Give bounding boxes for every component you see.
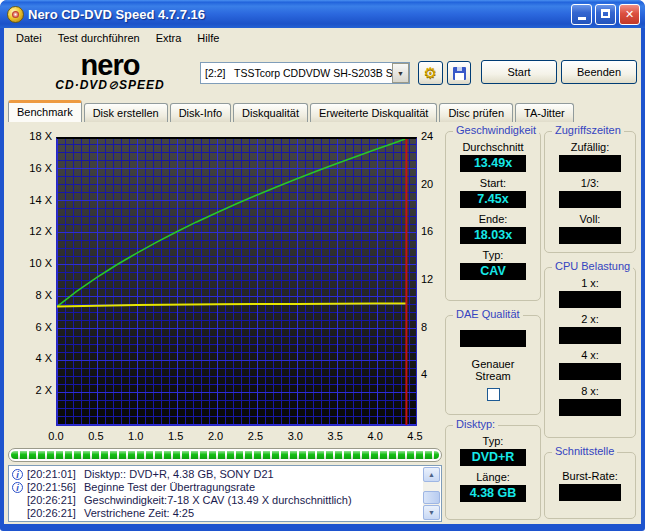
field-label: Burst-Rate: — [562, 470, 618, 482]
field-label: 1/3: — [581, 177, 599, 189]
scroll-thumb[interactable] — [423, 491, 440, 504]
close-icon: ✕ — [625, 8, 634, 20]
log-timestamp: [20:21:01] — [27, 468, 84, 481]
y-axis-tick-right: 12 — [421, 273, 443, 285]
disktyp-field-typ: Typ:DVD+R — [460, 435, 526, 466]
y-axis-tick-left: 16 X — [22, 162, 52, 174]
field-value: 4.38 GB — [460, 485, 526, 502]
menu-item-datei[interactable]: Datei — [8, 30, 50, 46]
maximize-icon — [601, 9, 610, 18]
panel-title: DAE Qualität — [453, 308, 523, 320]
log-entries: i[20:21:01]Disktyp:: DVD+R, 4.38 GB, SON… — [12, 468, 421, 520]
y-axis-tick-left: 18 X — [22, 130, 52, 142]
field-label: 2 x: — [581, 313, 599, 325]
field-label: Typ: — [483, 435, 504, 447]
y-axis-tick-right: 4 — [421, 368, 443, 380]
menu-item-extra[interactable]: Extra — [148, 30, 190, 46]
panel-geschwindigkeit: Geschwindigkeit Durchschnitt13.49xStart:… — [445, 131, 541, 301]
field-value: 7.45x — [460, 191, 526, 208]
y-axis-tick-right: 16 — [421, 225, 443, 237]
field-value — [559, 363, 621, 380]
curve-rotation-speed — [57, 303, 406, 306]
tab-erweiterte-diskqualit-t[interactable]: Erweiterte Diskqualität — [310, 103, 437, 122]
drive-selector[interactable]: [2:2] TSSTcorp CDDVDW SH-S203B SB04 ▼ — [200, 62, 410, 84]
tab-disc-pr-fen[interactable]: Disc prüfen — [439, 103, 513, 122]
tab-disk-erstellen[interactable]: Disk erstellen — [84, 103, 168, 122]
floppy-disk-icon — [453, 67, 466, 80]
panel-title: CPU Belastung — [552, 260, 633, 272]
chart-curves — [57, 139, 416, 425]
y-axis-tick-left: 2 X — [22, 384, 52, 396]
menu-item-test-durchf-hren[interactable]: Test durchführen — [50, 30, 148, 46]
save-button[interactable] — [447, 61, 471, 85]
x-axis-tick: 3.0 — [282, 430, 308, 442]
app-icon — [7, 6, 24, 23]
app-window: Nero CD-DVD Speed 4.7.7.16 ✕ DateiTest d… — [0, 0, 645, 531]
drive-selector-dropdown-button[interactable]: ▼ — [392, 63, 409, 83]
chevron-down-icon: ▼ — [397, 70, 404, 77]
panel-disktyp: Disktyp: Typ:DVD+RLänge:4.38 GB — [445, 425, 541, 520]
options-button[interactable]: ⚙ — [418, 61, 443, 85]
panel-cpu-belastung: CPU Belastung 1 x:2 x:4 x:8 x: — [544, 267, 636, 438]
x-axis-tick: 1.0 — [123, 430, 149, 442]
genauer-stream-label-2: Stream — [475, 370, 510, 382]
schnittstelle-field-burst-rate: Burst-Rate: — [559, 470, 621, 501]
log-message: Beginne Test der Übertragungsrate — [84, 481, 255, 494]
y-axis-tick-right: 20 — [421, 178, 443, 190]
tab-diskqualit-t[interactable]: Diskqualität — [233, 103, 308, 122]
field-label: Typ: — [483, 249, 504, 261]
geschwindigkeit-field-start: Start:7.45x — [460, 177, 526, 208]
log-timestamp: [20:26:21] — [27, 494, 84, 507]
log-panel[interactable]: i[20:21:01]Disktyp:: DVD+R, 4.38 GB, SON… — [8, 465, 442, 522]
maximize-button[interactable] — [595, 4, 616, 25]
field-label: Durchschnitt — [462, 141, 523, 153]
log-entry: i[20:21:01]Disktyp:: DVD+R, 4.38 GB, SON… — [12, 468, 421, 481]
panel-schnittstelle: Schnittstelle Burst-Rate: — [544, 452, 636, 519]
zugriffszeiten-field-1-3: 1/3: — [559, 177, 621, 208]
log-scrollbar[interactable]: ▲ ▼ — [423, 467, 440, 520]
tab-disk-info[interactable]: Disk-Info — [170, 103, 231, 122]
x-axis-tick: 1.5 — [163, 430, 189, 442]
x-axis-tick: 2.5 — [242, 430, 268, 442]
field-label: 8 x: — [581, 385, 599, 397]
log-entry: [20:26:21]Verstrichene Zeit: 4:25 — [12, 507, 421, 520]
close-button[interactable]: ✕ — [619, 4, 640, 25]
x-axis-tick: 0.5 — [83, 430, 109, 442]
x-axis-tick: 4.0 — [362, 430, 388, 442]
info-icon: i — [12, 482, 23, 493]
field-value — [559, 291, 621, 308]
panel-dae-qualitaet: DAE Qualität Genauer Stream — [445, 315, 541, 415]
quit-button[interactable]: Beenden — [561, 60, 637, 84]
scroll-down-button[interactable]: ▼ — [423, 505, 440, 520]
field-value: CAV — [460, 263, 526, 280]
dae-quality-value — [460, 330, 526, 347]
geschwindigkeit-field-ende: Ende:18.03x — [460, 213, 526, 244]
y-axis-tick-right: 24 — [421, 130, 443, 142]
disktyp-field-l-nge: Länge:4.38 GB — [460, 471, 526, 502]
log-message: Disktyp:: DVD+R, 4.38 GB, SONY D21 — [84, 468, 274, 481]
tab-ta-jitter[interactable]: TA-Jitter — [515, 103, 574, 122]
field-label: 4 x: — [581, 349, 599, 361]
tab-benchmark[interactable]: Benchmark — [8, 100, 82, 122]
field-label: Zufällig: — [571, 141, 610, 153]
start-button[interactable]: Start — [481, 60, 557, 84]
genauer-stream-checkbox[interactable] — [487, 388, 500, 401]
field-value: 18.03x — [460, 227, 526, 244]
scroll-up-button[interactable]: ▲ — [423, 467, 440, 482]
menu-item-hilfe[interactable]: Hilfe — [189, 30, 227, 46]
field-label: Start: — [480, 177, 506, 189]
field-label: Länge: — [476, 471, 510, 483]
window-title: Nero CD-DVD Speed 4.7.7.16 — [28, 7, 205, 22]
x-axis-tick: 3.5 — [322, 430, 348, 442]
log-icon-cell — [12, 494, 27, 507]
y-axis-tick-left: 6 X — [22, 321, 52, 333]
title-bar[interactable]: Nero CD-DVD Speed 4.7.7.16 ✕ — [0, 0, 645, 28]
minimize-button[interactable] — [571, 4, 592, 25]
field-value — [559, 191, 621, 208]
benchmark-chart — [56, 137, 417, 426]
client-area: DateiTest durchführenExtraHilfe nero CD·… — [4, 28, 641, 524]
y-axis-tick-left: 12 X — [22, 225, 52, 237]
genauer-stream-label: Genauer — [472, 358, 515, 370]
field-value: 13.49x — [460, 155, 526, 172]
scroll-up-icon: ▲ — [428, 471, 435, 478]
